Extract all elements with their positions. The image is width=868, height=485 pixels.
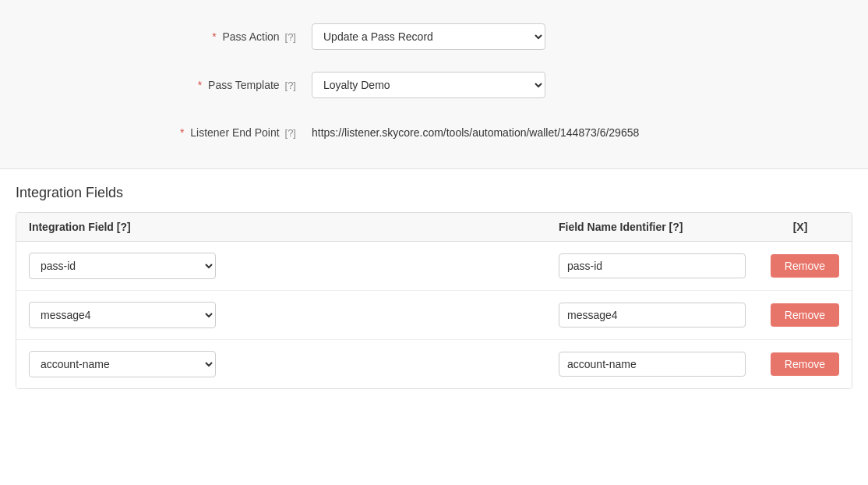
required-star: * — [212, 30, 216, 43]
col-header-remove: [X] — [761, 221, 839, 233]
row1-remove-cell: Remove — [761, 254, 839, 278]
row3-remove-cell: Remove — [761, 352, 839, 376]
table-row: pass-id message4 account-name first-name… — [16, 340, 852, 388]
row1-field-cell: pass-id message4 account-name first-name… — [29, 253, 559, 279]
required-star-2: * — [198, 79, 202, 91]
row2-field-cell: pass-id message4 account-name first-name… — [29, 302, 559, 328]
pass-template-help: [?] — [285, 80, 296, 91]
row1-identifier-cell — [559, 253, 761, 278]
col-header-identifier: Field Name Identifier [?] — [559, 221, 761, 233]
table-header: Integration Field [?] Field Name Identif… — [16, 213, 852, 242]
row1-identifier-input[interactable] — [559, 253, 746, 278]
row1-remove-button[interactable]: Remove — [771, 254, 839, 278]
pass-template-select[interactable]: Loyalty Demo Standard Template Gift Card — [312, 72, 545, 98]
integration-table: Integration Field [?] Field Name Identif… — [16, 212, 852, 389]
pass-template-row: * Pass Template [?] Loyalty Demo Standar… — [0, 61, 868, 109]
pass-action-select[interactable]: Update a Pass Record Create a Pass Recor… — [312, 23, 545, 50]
row1-field-select[interactable]: pass-id message4 account-name first-name… — [29, 253, 216, 279]
col-header-field: Integration Field [?] — [29, 221, 559, 233]
row2-remove-button[interactable]: Remove — [771, 303, 839, 327]
row2-identifier-input[interactable] — [559, 303, 746, 327]
table-row: pass-id message4 account-name first-name… — [16, 291, 852, 340]
pass-action-row: * Pass Action [?] Update a Pass Record C… — [0, 12, 868, 61]
row3-field-cell: pass-id message4 account-name first-name… — [29, 351, 559, 377]
row3-remove-button[interactable]: Remove — [771, 352, 839, 376]
pass-action-label: * Pass Action [?] — [16, 30, 312, 43]
row2-identifier-cell — [559, 303, 761, 327]
listener-endpoint-row: * Listener End Point [?] https://listene… — [0, 109, 868, 156]
pass-action-help: [?] — [285, 31, 296, 43]
listener-endpoint-help: [?] — [285, 127, 296, 139]
table-row: pass-id message4 account-name first-name… — [16, 242, 852, 291]
row3-identifier-cell — [559, 352, 761, 377]
row2-field-select[interactable]: pass-id message4 account-name first-name… — [29, 302, 216, 328]
listener-endpoint-label: * Listener End Point [?] — [16, 126, 312, 139]
required-star-3: * — [180, 126, 184, 139]
pass-action-label-text: Pass Action — [222, 30, 279, 43]
row3-field-select[interactable]: pass-id message4 account-name first-name… — [29, 351, 216, 377]
integration-section: Integration Fields Integration Field [?]… — [0, 169, 868, 389]
pass-template-label-text: Pass Template — [208, 79, 280, 91]
pass-template-label: * Pass Template [?] — [16, 79, 312, 91]
integration-title: Integration Fields — [16, 185, 852, 201]
row3-identifier-input[interactable] — [559, 352, 746, 377]
listener-endpoint-label-text: Listener End Point — [190, 126, 279, 139]
top-form-section: * Pass Action [?] Update a Pass Record C… — [0, 0, 868, 169]
listener-endpoint-url: https://listener.skycore.com/tools/autom… — [312, 126, 639, 139]
row2-remove-cell: Remove — [761, 303, 839, 327]
